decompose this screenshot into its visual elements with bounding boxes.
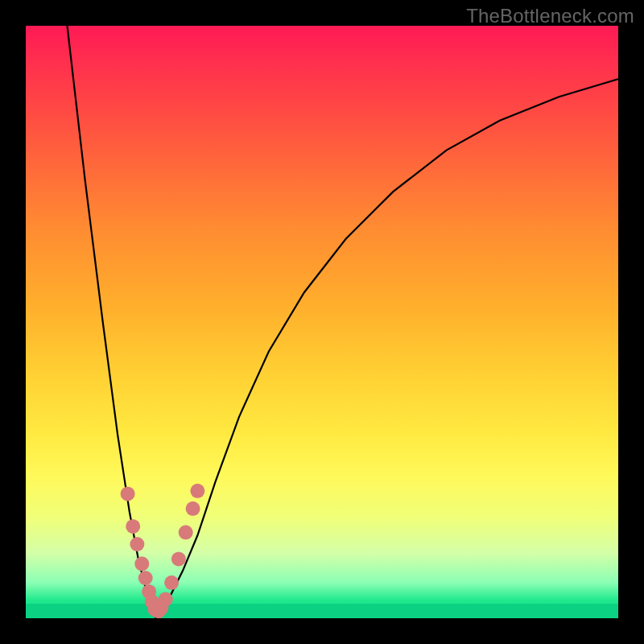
marker-dot (186, 502, 200, 516)
marker-dot (130, 537, 144, 551)
marker-dot (171, 551, 186, 566)
marker-dot (179, 525, 193, 539)
chart-container: TheBottleneck.com (0, 0, 644, 644)
marker-dot (190, 484, 204, 498)
marker-dot (126, 519, 140, 534)
curve-markers (26, 26, 618, 618)
marker-dot (121, 486, 135, 501)
marker-dot (159, 592, 173, 606)
marker-dot (134, 556, 149, 571)
watermark-text: TheBottleneck.com (466, 5, 634, 27)
marker-dot (164, 576, 179, 590)
plot-area (26, 26, 618, 618)
marker-dot (138, 571, 153, 585)
